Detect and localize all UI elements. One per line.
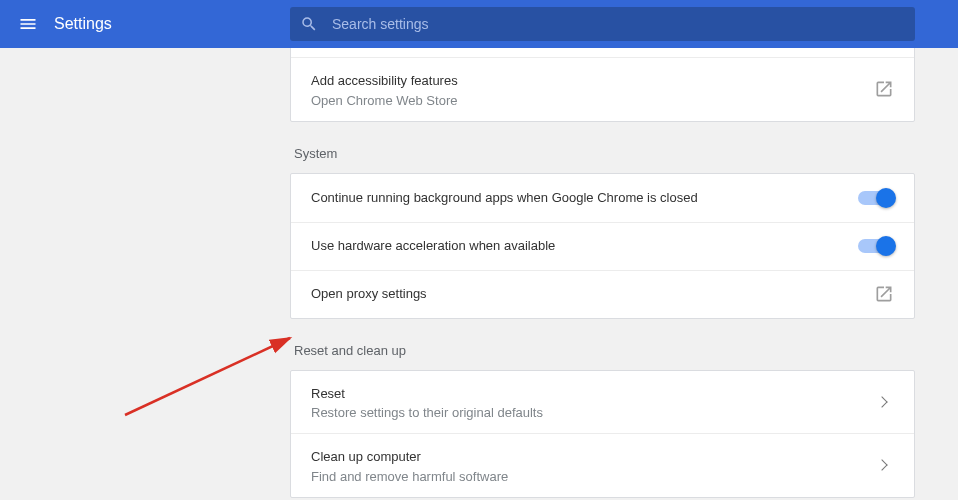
search-input[interactable] [332,16,905,32]
reset-card: Reset Restore settings to their original… [290,370,915,498]
external-link-icon[interactable] [874,284,894,304]
row-sub: Find and remove harmful software [311,469,878,484]
hw-accel-row: Use hardware acceleration when available [291,222,914,270]
hw-accel-toggle[interactable] [858,239,894,253]
row-title: Open proxy settings [311,284,874,304]
row-title: Use hardware acceleration when available [311,236,858,256]
hamburger-menu-icon[interactable] [8,4,48,44]
row-title: Add accessibility features [311,71,874,91]
bg-apps-toggle[interactable] [858,191,894,205]
chevron-right-icon [876,396,887,407]
bg-apps-row: Continue running background apps when Go… [291,174,914,222]
proxy-row[interactable]: Open proxy settings [291,270,914,318]
search-icon [300,15,318,33]
system-card: Continue running background apps when Go… [290,173,915,319]
row-title: Reset [311,384,878,404]
partial-row [291,48,914,57]
search-bar[interactable] [290,7,915,41]
row-sub: Open Chrome Web Store [311,93,874,108]
accessibility-partial-card: Add accessibility features Open Chrome W… [290,48,915,122]
header-title: Settings [54,15,112,33]
external-link-icon[interactable] [874,79,894,99]
system-section-header: System [290,122,915,173]
row-sub: Restore settings to their original defau… [311,405,878,420]
chevron-right-icon [876,460,887,471]
add-accessibility-row[interactable]: Add accessibility features Open Chrome W… [291,57,914,121]
reset-section-header: Reset and clean up [290,319,915,370]
content-area: Add accessibility features Open Chrome W… [0,48,958,500]
row-title: Continue running background apps when Go… [311,188,858,208]
app-header: Settings [0,0,958,48]
row-title: Clean up computer [311,447,878,467]
cleanup-row[interactable]: Clean up computer Find and remove harmfu… [291,433,914,497]
reset-row[interactable]: Reset Restore settings to their original… [291,371,914,434]
